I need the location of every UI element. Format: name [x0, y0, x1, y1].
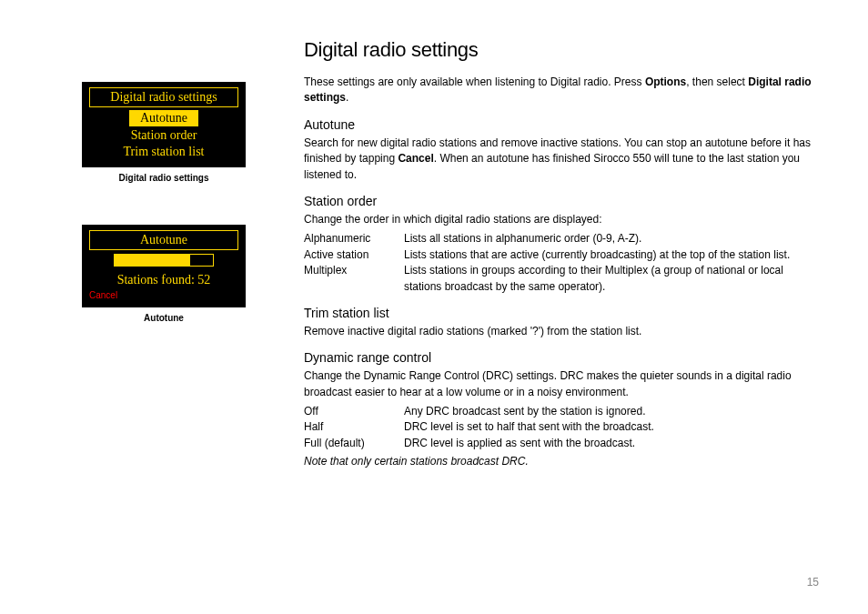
- definition-row: Full (default)DRC level is applied as se…: [304, 436, 823, 451]
- screen-title: Digital radio settings: [89, 87, 238, 107]
- definition-row: OffAny DRC broadcast sent by the station…: [304, 404, 823, 419]
- section-heading-autotune: Autotune: [304, 117, 823, 132]
- definition-row: MultiplexLists stations in groups accord…: [304, 263, 823, 295]
- main-content: Digital radio settings These settings ar…: [282, 38, 823, 468]
- definition-row: AlphanumericLists all stations in alphan…: [304, 231, 823, 247]
- station-order-text: Change the order in which digital radio …: [304, 212, 823, 227]
- section-heading-station-order: Station order: [304, 194, 823, 208]
- drc-text: Change the Dynamic Range Control (DRC) s…: [304, 368, 823, 400]
- screen-item-selected: Autotune: [129, 110, 198, 126]
- sidebar-illustrations: Digital radio settings Autotune Station …: [45, 38, 282, 468]
- definition-row: Active stationLists stations that are ac…: [304, 247, 823, 263]
- screen-item: Station order: [89, 127, 238, 144]
- section-heading-trim: Trim station list: [304, 306, 823, 320]
- progress-bar: [114, 254, 214, 267]
- screen-item: Trim station list: [89, 144, 238, 160]
- trim-text: Remove inactive digital radio stations (…: [304, 324, 823, 339]
- screen-title: Autotune: [89, 230, 238, 250]
- page-number: 15: [807, 576, 819, 589]
- device-screen-settings: Digital radio settings Autotune Station …: [82, 82, 246, 167]
- section-heading-drc: Dynamic range control: [304, 350, 823, 365]
- drc-note: Note that only certain stations broadcas…: [304, 455, 823, 468]
- autotune-text: Search for new digital radio stations an…: [304, 136, 823, 183]
- page-heading: Digital radio settings: [304, 38, 823, 62]
- screen-caption: Autotune: [45, 313, 282, 323]
- device-screen-autotune: Autotune Stations found: 52 Cancel: [82, 225, 246, 307]
- definition-row: HalfDRC level is set to half that sent w…: [304, 419, 823, 435]
- intro-text: These settings are only available when l…: [304, 75, 823, 106]
- screen-status: Stations found: 52: [89, 272, 238, 288]
- screen-caption: Digital radio settings: [45, 173, 282, 183]
- screen-cancel-label: Cancel: [89, 290, 238, 300]
